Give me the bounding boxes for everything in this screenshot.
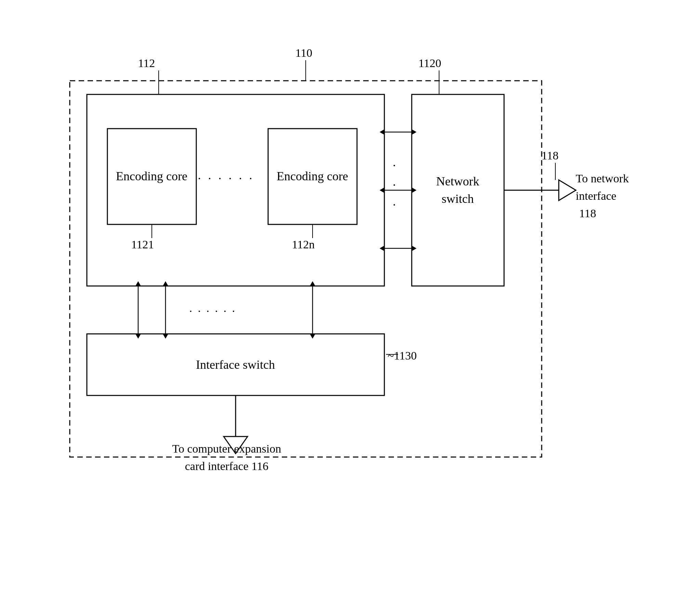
diagram-container: 110 112 1120 Encoding core · · · · · · E… <box>42 26 658 573</box>
ellipsis-horizontal: · · · · · · <box>198 171 254 186</box>
label-110: 110 <box>295 47 313 60</box>
diagram-svg <box>42 26 658 573</box>
to-network-label: To networkinterface118 <box>576 170 629 222</box>
svg-marker-31 <box>559 180 576 200</box>
label-112: 112 <box>138 57 155 70</box>
svg-marker-22 <box>135 281 141 286</box>
label-1120: 1120 <box>419 57 441 70</box>
svg-marker-19 <box>380 246 384 251</box>
svg-marker-28 <box>310 281 315 286</box>
label-118: 118 <box>542 149 559 162</box>
svg-marker-25 <box>163 281 168 286</box>
label-1130: ~1130 <box>388 349 417 362</box>
ellipsis-arrows: · · · · · · <box>189 305 237 318</box>
label-112n: 112n <box>292 238 315 251</box>
to-computer-label: To computer expansioncard interface 116 <box>172 440 281 475</box>
label-1121: 1121 <box>131 238 154 251</box>
network-switch-label: Networkswitch <box>412 94 504 286</box>
interface-switch-label: Interface switch <box>87 334 384 395</box>
svg-marker-16 <box>380 187 384 193</box>
ellipsis-vertical: ··· <box>393 156 396 215</box>
encoding-core-2-label: Encoding core <box>268 129 357 224</box>
svg-marker-13 <box>380 129 384 135</box>
encoding-core-1-label: Encoding core <box>107 129 196 224</box>
